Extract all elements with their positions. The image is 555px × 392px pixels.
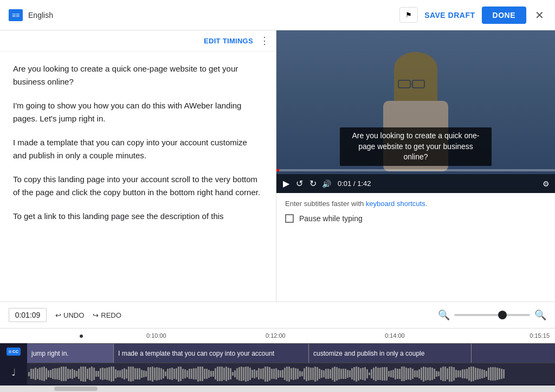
scroll-area[interactable]	[0, 385, 555, 392]
video-placeholder: Are you looking to create a quick one-pa…	[276, 30, 555, 193]
waveform-bar	[50, 370, 51, 378]
close-button[interactable]: ✕	[533, 7, 546, 24]
waveform-bar	[401, 367, 403, 381]
transcript-panel: EDIT TIMINGS ⋮ Are you looking to create…	[0, 30, 276, 301]
waveform-bar	[377, 368, 379, 380]
waveform-bar	[251, 370, 253, 378]
waveform-bar	[453, 367, 455, 381]
zoom-in-button[interactable]: 🔍	[534, 309, 546, 321]
cc-segment[interactable]: jump right in.	[27, 344, 114, 363]
feedback-button[interactable]: ⚑	[399, 7, 418, 23]
waveform-bar	[460, 370, 461, 377]
waveform-bar	[386, 367, 388, 380]
video-progress-bar[interactable]	[276, 169, 555, 171]
edit-timings-button[interactable]: EDIT TIMINGS	[204, 37, 253, 45]
waveform-bar	[282, 370, 283, 378]
waveform-bar	[395, 368, 396, 380]
waveform-bar	[475, 368, 476, 381]
waveform-bar	[143, 370, 145, 377]
volume-button[interactable]: 🔊	[322, 179, 331, 188]
ruler-label: 0:15:15	[530, 332, 550, 339]
waveform-bar	[147, 367, 149, 381]
waveform-bar	[479, 369, 481, 380]
waveform-bar	[134, 368, 136, 380]
undo-button[interactable]: ↩ UNDO	[55, 311, 84, 319]
track-content: jump right in. I made a template that yo…	[27, 343, 555, 385]
video-controls: ▶ ↺ ↻ 🔊 0:01 / 1:42 ⚙	[276, 174, 555, 193]
zoom-slider[interactable]	[454, 314, 530, 316]
waveform-bar	[67, 369, 69, 380]
play-button[interactable]: ▶	[282, 177, 291, 190]
waveform-bar	[423, 367, 424, 382]
waveform-bar	[113, 367, 114, 381]
scroll-thumb[interactable]	[54, 387, 98, 391]
save-draft-button[interactable]: SAVE DRAFT	[424, 11, 475, 20]
waveform-bar	[397, 369, 398, 378]
waveform-bar	[481, 369, 483, 378]
waveform-bar	[382, 367, 383, 381]
header: ≡≡ English ⚑ SAVE DRAFT DONE ✕	[0, 0, 555, 30]
waveform-bar	[82, 367, 84, 382]
waveform-bar	[59, 368, 60, 381]
settings-button[interactable]: ⚙	[543, 179, 550, 188]
waveform-bar	[108, 367, 110, 381]
waveform-bar	[366, 369, 368, 379]
waveform-bar	[93, 368, 95, 380]
pause-checkbox[interactable]	[285, 214, 294, 223]
waveform-bar	[46, 368, 47, 380]
forward-button[interactable]: ↻	[308, 177, 318, 190]
waveform-bar	[312, 368, 314, 381]
rewind-button[interactable]: ↺	[295, 177, 304, 190]
cc-segment[interactable]: customize and publish in only a couple	[309, 344, 472, 363]
waveform-bar	[69, 369, 71, 379]
waveform-bar	[87, 369, 88, 379]
waveform-bar	[462, 369, 463, 378]
waveform-bar	[494, 367, 496, 381]
waveform-bar	[65, 367, 67, 381]
waveform-bar	[100, 368, 101, 380]
waveform-bar	[323, 370, 325, 378]
track-sidebar: ≡ CC ♩	[0, 343, 27, 385]
waveform-bar	[488, 368, 489, 380]
waveform-bar	[165, 371, 166, 376]
music-track-icon: ♩	[11, 367, 16, 378]
keyboard-shortcuts-link[interactable]: keyboard shortcuts.	[366, 200, 427, 208]
waveform-bar	[405, 368, 407, 380]
waveform-bar	[56, 368, 58, 380]
transcript-paragraph: I made a template that you can copy into…	[13, 136, 263, 162]
waveform-bar	[193, 368, 195, 380]
subtitle-bar: Are you looking to create a quick one-pa…	[340, 127, 492, 166]
zoom-out-button[interactable]: 🔍	[438, 309, 450, 321]
waveform-bar	[362, 368, 364, 381]
waveform-bar	[189, 369, 190, 378]
waveform-bar	[63, 367, 64, 382]
waveform-bar	[128, 367, 130, 382]
transcript-content: Are you looking to create a quick one-pa…	[0, 52, 276, 301]
waveform-bar	[152, 367, 153, 382]
waveform-bar	[486, 371, 487, 377]
redo-button[interactable]: ↪ REDO	[93, 311, 121, 319]
waveform-bar	[150, 367, 151, 381]
waveform-bar	[288, 367, 290, 382]
waveform-bar	[243, 367, 244, 380]
waveform-bar	[414, 370, 416, 377]
waveform-bar	[173, 369, 175, 380]
waveform-bar	[72, 369, 73, 380]
waveform-bar	[167, 369, 169, 379]
waveform-bar	[204, 369, 205, 379]
more-options-button[interactable]: ⋮	[260, 35, 269, 47]
current-time-badge: 0:01:09	[9, 308, 47, 322]
waveform-bar	[451, 367, 453, 382]
cc-segment[interactable]: I made a template that you can copy into…	[114, 344, 309, 363]
waveform-bar	[210, 371, 212, 377]
waveform-bar	[492, 367, 494, 381]
audio-track	[27, 363, 555, 384]
progress-fill	[276, 169, 279, 171]
waveform-bar	[35, 368, 36, 380]
waveform-bar	[130, 367, 132, 382]
language-label: English	[28, 11, 53, 20]
waveform-bar	[408, 368, 409, 379]
done-button[interactable]: DONE	[482, 7, 526, 24]
waveform-bar	[232, 372, 234, 376]
feedback-icon: ⚑	[405, 11, 412, 19]
